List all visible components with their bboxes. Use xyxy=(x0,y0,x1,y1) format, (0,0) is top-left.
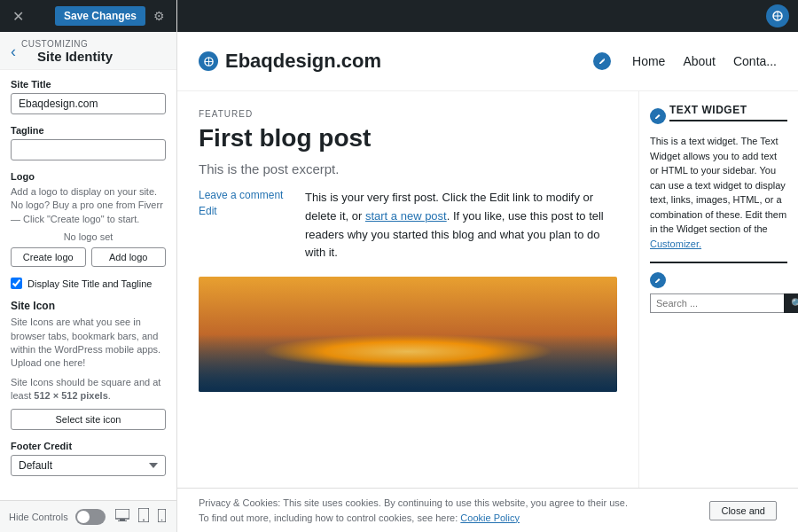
site-title-group: Site Title xyxy=(11,79,166,114)
no-logo-label: No logo set xyxy=(11,231,166,242)
select-site-icon-button[interactable]: Select site icon xyxy=(11,409,166,430)
tagline-input[interactable] xyxy=(11,139,166,160)
svg-rect-1 xyxy=(120,519,125,520)
edit-link[interactable]: Edit xyxy=(199,205,287,217)
view-icons xyxy=(113,506,168,527)
hide-controls-label: Hide Controls xyxy=(9,512,68,522)
privacy-text: Privacy & Cookies: This site uses cookie… xyxy=(199,496,628,525)
text-widget: TEXT WIDGET This is a text widget. The T… xyxy=(650,104,787,251)
customizer-link[interactable]: Customizer. xyxy=(650,239,701,249)
preview-iframe: Ebaqdesign.com Home About Conta... FEATU… xyxy=(177,32,798,532)
site-icon-size-note: Site Icons should be square and at least… xyxy=(11,376,166,403)
gear-button[interactable]: ⚙ xyxy=(149,7,169,25)
logo-description: Add a logo to display on your site. No l… xyxy=(11,185,166,226)
create-logo-button[interactable]: Create logo xyxy=(11,247,86,267)
preview-top-bar xyxy=(177,0,798,32)
desktop-view-button[interactable] xyxy=(113,506,131,527)
post-excerpt: This is the post excerpt. xyxy=(199,161,617,176)
tablet-view-button[interactable] xyxy=(137,506,151,527)
preview-site-title: Ebaqdesign.com xyxy=(225,50,381,73)
svg-rect-0 xyxy=(115,509,129,519)
bottom-controls: Hide Controls xyxy=(0,500,176,532)
footer-credit-section: Footer Credit Default Custom Hidden xyxy=(11,441,166,476)
main-content: FEATURED First blog post This is the pos… xyxy=(177,91,638,488)
customizer-panel: ✕ Save Changes ⚙ ‹ Customizing Site Iden… xyxy=(0,0,177,532)
site-title-input[interactable] xyxy=(11,93,166,114)
search-row: 🔍 xyxy=(650,293,787,313)
add-logo-button[interactable]: Add logo xyxy=(91,247,167,267)
logo-label: Logo xyxy=(11,171,166,182)
site-logo-icon xyxy=(199,51,218,71)
panel-content: Site Title Tagline Logo Add a logo to di… xyxy=(0,70,176,500)
close-and-button[interactable]: Close and xyxy=(709,501,777,520)
save-changes-button[interactable]: Save Changes xyxy=(55,6,145,26)
site-title-label: Site Title xyxy=(11,79,166,90)
logo-buttons: Create logo Add logo xyxy=(11,247,166,267)
tagline-group: Tagline xyxy=(11,125,166,160)
tagline-label: Tagline xyxy=(11,125,166,136)
post-title: First blog post xyxy=(199,124,617,153)
breadcrumb-area: ‹ Customizing Site Identity xyxy=(0,32,176,70)
search-widget: 🔍 xyxy=(650,272,787,313)
nav-edit-icon xyxy=(593,52,611,70)
site-nav: Home About Conta... xyxy=(593,52,777,70)
preview-logo-icon xyxy=(766,4,789,27)
sidebar: TEXT WIDGET This is a text widget. The T… xyxy=(638,91,798,488)
footer-credit-select[interactable]: Default Custom Hidden xyxy=(11,455,166,476)
site-header: Ebaqdesign.com Home About Conta... xyxy=(177,32,798,91)
site-main: FEATURED First blog post This is the pos… xyxy=(177,91,798,488)
site-icon-title: Site Icon xyxy=(11,300,166,312)
display-title-tagline-checkbox[interactable] xyxy=(11,278,22,289)
logo-section: Logo Add a logo to display on your site.… xyxy=(11,171,166,267)
preview-area: Ebaqdesign.com Home About Conta... FEATU… xyxy=(177,0,798,532)
section-title: Site Identity xyxy=(21,49,113,64)
post-body: Leave a comment Edit This is your very f… xyxy=(199,189,617,262)
display-title-tagline-row: Display Site Title and Tagline xyxy=(11,278,166,289)
cookie-policy-link[interactable]: Cookie Policy xyxy=(460,512,520,523)
leave-comment-link[interactable]: Leave a comment xyxy=(199,189,287,201)
widget-edit-icon xyxy=(650,108,666,124)
search-button[interactable]: 🔍 xyxy=(784,293,798,313)
back-button[interactable]: ‹ xyxy=(11,43,20,61)
mobile-view-button[interactable] xyxy=(156,506,168,527)
site-icon-section: Site Icon Site Icons are what you see in… xyxy=(11,300,166,429)
top-button-group: Save Changes ⚙ xyxy=(55,6,169,26)
site-icon-description: Site Icons are what you see in browser t… xyxy=(11,316,166,371)
text-widget-content: This is a text widget. The Text Widget a… xyxy=(650,134,787,251)
hide-controls-toggle[interactable] xyxy=(75,509,106,525)
text-widget-title: TEXT WIDGET xyxy=(669,104,787,121)
svg-rect-2 xyxy=(118,520,127,521)
privacy-bar: Privacy & Cookies: This site uses cookie… xyxy=(177,488,798,532)
post-body-text: This is your very first post. Click the … xyxy=(305,189,617,262)
svg-point-4 xyxy=(143,520,145,521)
nav-home-link[interactable]: Home xyxy=(632,54,665,68)
display-title-tagline-label: Display Site Title and Tagline xyxy=(27,278,152,289)
customizing-label: Customizing xyxy=(21,39,113,49)
start-new-post-link[interactable]: start a new post xyxy=(365,209,447,223)
svg-point-6 xyxy=(161,519,163,520)
post-image xyxy=(199,277,617,392)
nav-contact-link[interactable]: Conta... xyxy=(733,54,777,68)
footer-credit-label: Footer Credit xyxy=(11,441,166,451)
site-logo-area: Ebaqdesign.com xyxy=(199,50,381,73)
featured-label: FEATURED xyxy=(199,109,617,119)
top-bar: ✕ Save Changes ⚙ xyxy=(0,0,176,32)
search-input[interactable] xyxy=(650,293,784,313)
post-meta: Leave a comment Edit xyxy=(199,189,287,262)
search-widget-edit-icon xyxy=(650,272,666,288)
close-button[interactable]: ✕ xyxy=(7,6,29,27)
nav-about-link[interactable]: About xyxy=(683,54,716,68)
